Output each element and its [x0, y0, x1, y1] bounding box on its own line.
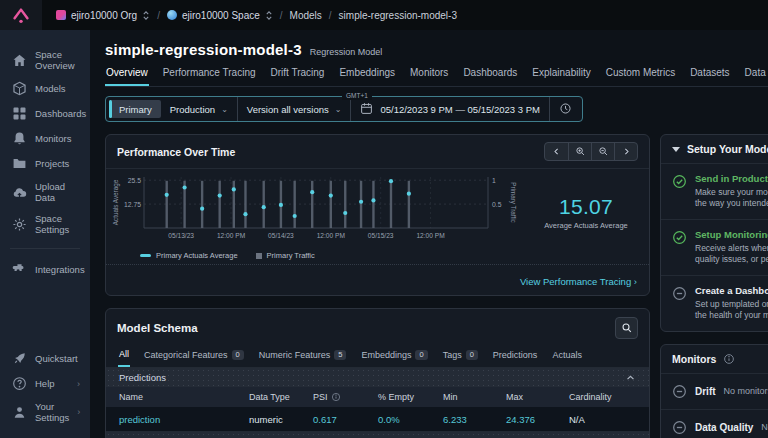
column-header-name: Name	[119, 392, 249, 402]
column-header-cardinality: Cardinality	[569, 392, 636, 402]
timezone-label: GMT+1	[342, 93, 372, 100]
tab-explainability[interactable]: Explainability	[531, 67, 591, 86]
monitor-item-data-quality[interactable]: Data QualityNo monitors set up	[661, 410, 768, 438]
count-badge: 5	[334, 350, 346, 360]
sidebar-item-label: Projects	[35, 158, 69, 169]
section-header-predictions[interactable]: Predictions	[106, 368, 649, 387]
sidebar-item-label: Your Settings	[35, 401, 69, 423]
model-schema-title: Model Schema	[117, 322, 198, 334]
environment-value: Production	[170, 104, 215, 115]
time-settings-button[interactable]	[550, 97, 582, 121]
svg-text:25.5: 25.5	[128, 177, 141, 184]
arize-logo[interactable]	[0, 0, 42, 30]
sidebar-item-projects[interactable]: Projects	[0, 151, 90, 176]
stat-value: 15.07	[559, 195, 613, 219]
gear-icon	[12, 217, 27, 232]
performance-card: Performance Over Time	[105, 134, 650, 296]
monitor-item-drift[interactable]: DriftNo monitors set up	[661, 374, 768, 410]
schema-tab-numeric-features[interactable]: Numeric Features5	[258, 345, 348, 367]
setup-item-create-a-dashboard: Create a DashboardSet up templated or cu…	[661, 276, 768, 331]
schema-tab-embeddings[interactable]: Embeddings0	[360, 345, 428, 367]
help-icon	[12, 376, 27, 391]
collapse-triangle-icon[interactable]	[672, 147, 680, 152]
schema-tab-label: Actuals	[552, 350, 582, 360]
view-performance-tracing-link[interactable]: View Performance Tracing ›	[520, 276, 637, 287]
space-selector[interactable]: ejiro10000 Space	[167, 10, 273, 21]
sidebar: Space OverviewModelsDashboardsMonitorsPr…	[0, 30, 90, 438]
sidebar-item-models[interactable]: Models	[0, 76, 90, 101]
sidebar-item-dashboards[interactable]: Dashboards	[0, 101, 90, 126]
dash-circle-icon	[672, 286, 687, 301]
sidebar-nav: Space OverviewModelsDashboardsMonitorsPr…	[0, 44, 90, 282]
section-header-actuals[interactable]: Actuals	[106, 432, 649, 438]
version-dropdown[interactable]: Version all versions ⌄	[238, 97, 352, 121]
tab-performance-tracing[interactable]: Performance Tracing	[162, 67, 257, 86]
schema-tab-predictions[interactable]: Predictions	[492, 345, 539, 367]
monitor-type-label: Data Quality	[695, 422, 753, 433]
sidebar-item-quickstart[interactable]: Quickstart	[0, 346, 90, 371]
stat-label: Average Actuals Average	[544, 221, 628, 230]
tab-custom-metrics[interactable]: Custom Metrics	[605, 67, 676, 86]
environment-chip-bar	[109, 100, 112, 118]
schema-tab-label: Embeddings	[361, 350, 411, 360]
sidebar-item-monitors[interactable]: Monitors	[0, 126, 90, 151]
legend-item-primary-actuals-average: Primary Actuals Average	[140, 251, 238, 260]
topbar: ejiro10000 Org / ejiro10000 Space / Mode…	[0, 0, 768, 30]
sidebar-item-space-settings[interactable]: Space Settings	[0, 208, 90, 240]
count-badge: 0	[232, 350, 244, 360]
tab-data-ingestion[interactable]: Data Ingestion	[744, 67, 768, 86]
setup-item-title[interactable]: Setup Monitoring	[695, 229, 768, 240]
setup-item-description: Receive alerts when your model sees drif…	[695, 243, 768, 266]
tab-dashboards[interactable]: Dashboards	[462, 67, 518, 86]
schema-tab-actuals[interactable]: Actuals	[551, 345, 583, 367]
legend-dash-marker	[140, 254, 151, 257]
monitors-card: Monitors DriftNo monitors set upData Qua…	[660, 344, 768, 438]
schema-tab-categorical-features[interactable]: Categorical Features0	[143, 345, 245, 367]
feature-name-link[interactable]: prediction	[119, 414, 249, 425]
tab-monitors[interactable]: Monitors	[409, 67, 449, 86]
org-selector[interactable]: ejiro10000 Org	[56, 10, 150, 21]
setup-item-title[interactable]: Send in Production Data	[695, 173, 768, 184]
updown-chevron-icon	[265, 10, 273, 21]
puzzle-icon	[12, 262, 27, 277]
sidebar-footer: QuickstartHelp›Your Settings›	[0, 346, 90, 428]
sidebar-item-label: Dashboards	[35, 108, 86, 119]
table-cell: N/A	[569, 414, 636, 425]
breadcrumb-models[interactable]: Models	[290, 10, 322, 21]
sidebar-item-upload-data[interactable]: Upload Data	[0, 176, 90, 208]
tab-datasets[interactable]: Datasets	[689, 67, 730, 86]
pan-left-button[interactable]	[545, 143, 568, 160]
svg-text:12:00 PM: 12:00 PM	[416, 232, 444, 239]
tab-drift-tracing[interactable]: Drift Tracing	[270, 67, 326, 86]
column-header-psi: PSI	[313, 392, 378, 402]
schema-tab-label: All	[119, 349, 129, 359]
svg-text:0.5: 0.5	[492, 201, 502, 208]
check-circle-icon	[672, 230, 687, 245]
chevron-right-icon: ›	[77, 407, 84, 417]
sidebar-item-help[interactable]: Help›	[0, 371, 90, 396]
svg-text:Actuals Average: Actuals Average	[112, 179, 120, 225]
count-badge: 0	[415, 350, 427, 360]
legend-square-marker	[256, 253, 262, 259]
sidebar-divider	[10, 248, 80, 249]
sidebar-item-integrations[interactable]: Integrations	[0, 257, 90, 282]
space-icon	[167, 10, 177, 20]
tab-embeddings[interactable]: Embeddings	[338, 67, 396, 86]
breadcrumb-separator: /	[280, 10, 283, 21]
tab-overview[interactable]: Overview	[105, 67, 149, 86]
schema-tab-label: Predictions	[493, 350, 538, 360]
date-range-picker[interactable]: 05/12/2023 9 PM — 05/15/2023 3 PM	[351, 97, 550, 121]
monitor-status: No monitors set up	[724, 386, 768, 396]
schema-tab-tags[interactable]: Tags0	[442, 345, 479, 367]
table-cell: 6.233	[443, 414, 506, 425]
pan-right-button[interactable]	[614, 143, 637, 160]
setup-item-title[interactable]: Create a Dashboard	[695, 285, 768, 296]
schema-tab-all[interactable]: All	[118, 345, 130, 367]
environment-dropdown[interactable]: Production ⌄	[161, 97, 238, 121]
monitors-card-title: Monitors	[672, 353, 716, 365]
zoom-in-button[interactable]	[568, 143, 591, 160]
sidebar-item-space-overview[interactable]: Space Overview	[0, 44, 90, 76]
sidebar-item-your-settings[interactable]: Your Settings›	[0, 396, 90, 428]
zoom-out-button[interactable]	[591, 143, 614, 160]
schema-search-button[interactable]	[615, 317, 638, 339]
